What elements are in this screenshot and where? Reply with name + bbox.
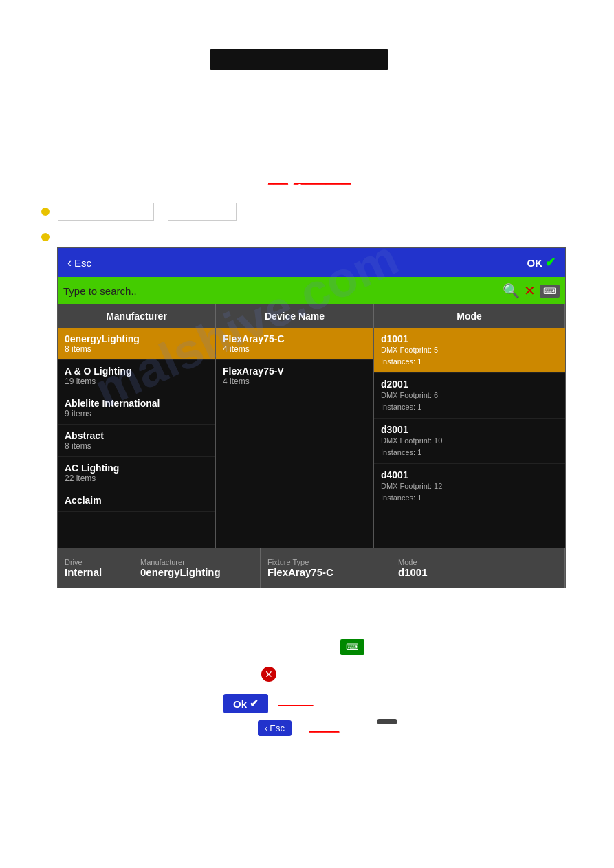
ok-label: OK [527, 257, 543, 269]
mfr-count: 8 items [65, 441, 208, 451]
bullet-item-1 [41, 203, 237, 221]
mode-name: d1001 [381, 333, 558, 344]
col-header-device: Device Name [216, 304, 374, 328]
bullet-dot-1 [41, 208, 50, 216]
mode-item[interactable]: d1001DMX Footprint: 5Instances: 1 [374, 328, 565, 373]
manufacturer-item[interactable]: A & O Lighting19 items [58, 360, 215, 392]
manufacturer-list[interactable]: 0energyLighting8 itemsA & O Lighting19 i… [58, 328, 216, 548]
esc-chevron-below-icon: ‹ [265, 723, 267, 733]
mode-list[interactable]: d1001DMX Footprint: 5Instances: 1d2001DM… [374, 328, 565, 548]
mfr-count: 19 items [65, 377, 208, 386]
bullet-item-2 [41, 233, 237, 241]
dev-count: 4 items [223, 344, 366, 354]
device-list[interactable]: FlexAray75-C4 itemsFlexAray75-V4 items [216, 328, 374, 548]
dev-name: FlexAray75-C [223, 333, 366, 344]
ok-button[interactable]: OK ✔ [527, 255, 556, 270]
bullet-dot-2 [41, 233, 50, 241]
mode-detail: DMX Footprint: 12Instances: 1 [381, 480, 558, 503]
manufacturer-label: Manufacturer [140, 558, 253, 566]
mode-label: Mode [398, 558, 558, 566]
esc-button-below[interactable]: ‹ Esc [258, 720, 292, 736]
manufacturer-item[interactable]: Acclaim [58, 489, 215, 512]
mode-name: d4001 [381, 469, 558, 480]
search-icon: 🔍 [503, 282, 520, 299]
clear-button-below[interactable]: ✕ [261, 667, 276, 682]
mfr-name: 0energyLighting [65, 333, 208, 344]
mode-item[interactable]: d3001DMX Footprint: 10Instances: 1 [374, 419, 565, 464]
mfr-count: 8 items [65, 344, 208, 354]
ok-button-below[interactable]: Ok ✔ [223, 694, 268, 713]
bullet-rows [41, 203, 237, 241]
fixture-label: Fixture Type [267, 558, 384, 566]
mode-item[interactable]: d4001DMX Footprint: 12Instances: 1 [374, 464, 565, 509]
mode-name: d2001 [381, 379, 558, 390]
col-header-manufacturer: Manufacturer [58, 304, 216, 328]
list-area: 0energyLighting8 itemsA & O Lighting19 i… [58, 328, 565, 548]
fixture-value: FlexAray75-C [267, 566, 384, 578]
red-underline-below-1[interactable]: _______ [278, 696, 314, 706]
manufacturer-item[interactable]: Ablelite International9 items [58, 392, 215, 425]
drive-value: Internal [65, 566, 126, 578]
status-drive: Drive Internal [58, 548, 133, 588]
search-input[interactable] [63, 285, 498, 297]
mode-detail: DMX Footprint: 10Instances: 1 [381, 435, 558, 458]
mfr-name: AC Lighting [65, 463, 208, 474]
search-bar: 🔍 ✕ ⌨ [58, 277, 565, 304]
fixture-dialog: ‹ Esc OK ✔ 🔍 ✕ ⌨ Manufacturer Device Nam… [57, 247, 566, 588]
col-header-mode: Mode [374, 304, 565, 328]
device-item[interactable]: FlexAray75-V4 items [216, 360, 373, 392]
status-mode: Mode d1001 [391, 548, 565, 588]
red-link-2[interactable]: _ __________ [294, 175, 351, 185]
esc-below-label: Esc [270, 723, 285, 733]
dark-button-below[interactable] [377, 719, 397, 724]
mfr-name: Acclaim [65, 495, 208, 506]
red-underline-below-2[interactable]: ______ [309, 722, 339, 733]
mfr-name: A & O Lighting [65, 366, 208, 377]
ok-check-icon: ✔ [545, 255, 556, 270]
manufacturer-item[interactable]: AC Lighting22 items [58, 457, 215, 489]
bullet-input-1[interactable] [58, 203, 154, 221]
manufacturer-item[interactable]: 0energyLighting8 items [58, 328, 215, 360]
mode-value: d1001 [398, 566, 558, 578]
keyboard-icon[interactable]: ⌨ [540, 285, 560, 298]
red-links-area: ____ _ __________ [268, 175, 351, 185]
mode-item[interactable]: d2001DMX Footprint: 6Instances: 1 [374, 373, 565, 419]
mode-detail: DMX Footprint: 5Instances: 1 [381, 344, 558, 367]
manufacturer-item[interactable]: Abstract8 items [58, 425, 215, 457]
red-link-1[interactable]: ____ [268, 175, 288, 185]
mfr-count: 9 items [65, 409, 208, 419]
status-bar: Drive Internal Manufacturer 0energyLight… [58, 548, 565, 588]
keyboard-button-below[interactable]: ⌨ [340, 639, 364, 655]
manufacturer-value: 0energyLighting [140, 566, 253, 578]
esc-label: Esc [74, 257, 91, 269]
top-bar [210, 49, 388, 70]
dev-count: 4 items [223, 377, 366, 386]
mode-name: d3001 [381, 424, 558, 435]
esc-button[interactable]: ‹ Esc [67, 256, 91, 270]
ok-below-label: Ok [233, 698, 247, 710]
status-fixture: Fixture Type FlexAray75-C [261, 548, 391, 588]
mfr-name: Ablelite International [65, 398, 208, 409]
esc-chevron-icon: ‹ [67, 256, 72, 270]
status-manufacturer: Manufacturer 0energyLighting [133, 548, 261, 588]
dialog-header: ‹ Esc OK ✔ [58, 248, 565, 277]
column-headers: Manufacturer Device Name Mode [58, 304, 565, 328]
mfr-count: 22 items [65, 474, 208, 483]
bullet-input-2[interactable] [168, 203, 237, 221]
mfr-name: Abstract [65, 430, 208, 441]
small-input-right[interactable] [391, 225, 428, 241]
mode-detail: DMX Footprint: 6Instances: 1 [381, 390, 558, 412]
clear-search-icon[interactable]: ✕ [524, 282, 536, 299]
ok-below-check: ✔ [250, 698, 259, 710]
drive-label: Drive [65, 558, 126, 566]
dev-name: FlexAray75-V [223, 366, 366, 377]
device-item[interactable]: FlexAray75-C4 items [216, 328, 373, 360]
